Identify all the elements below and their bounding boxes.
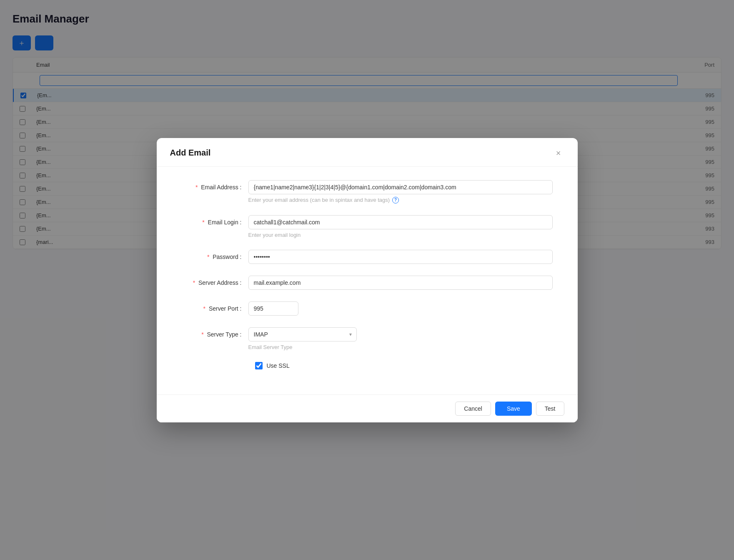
required-star: * — [193, 279, 195, 286]
server-address-input[interactable] — [248, 276, 553, 290]
server-port-field-wrap — [248, 301, 553, 316]
server-type-label: * Server Type : — [182, 327, 248, 338]
server-address-field-wrap — [248, 276, 553, 290]
server-type-row: * Server Type : IMAP POP3 ▾ Email Server… — [182, 327, 553, 350]
email-login-input[interactable] — [248, 215, 553, 229]
server-port-input[interactable] — [248, 301, 298, 316]
required-star: * — [203, 305, 205, 312]
password-row: * Password : — [182, 250, 553, 264]
modal-footer: Cancel Save Test — [157, 394, 578, 422]
ssl-checkbox[interactable] — [255, 362, 263, 369]
required-star: * — [195, 184, 198, 191]
email-address-input[interactable] — [248, 180, 553, 194]
server-address-row: * Server Address : — [182, 276, 553, 290]
modal-title: Add Email — [170, 148, 211, 158]
server-type-hint: Email Server Type — [248, 344, 553, 350]
server-address-label: * Server Address : — [182, 276, 248, 286]
email-address-label: * Email Address : — [182, 180, 248, 191]
email-login-row: * Email Login : Enter your email login — [182, 215, 553, 238]
email-login-hint: Enter your email login — [248, 232, 553, 238]
save-button[interactable]: Save — [495, 402, 532, 416]
password-field-wrap — [248, 250, 553, 264]
email-login-field-wrap: Enter your email login — [248, 215, 553, 238]
hint-icon: ? — [392, 197, 399, 203]
ssl-label[interactable]: Use SSL — [267, 362, 290, 369]
server-type-field-wrap: IMAP POP3 ▾ Email Server Type — [248, 327, 553, 350]
modal-overlay[interactable]: Add Email × * Email Address : Enter your… — [0, 0, 734, 560]
required-star: * — [207, 254, 209, 260]
modal-body: * Email Address : Enter your email addre… — [157, 167, 578, 394]
required-star: * — [202, 219, 204, 226]
cancel-button[interactable]: Cancel — [455, 402, 491, 416]
password-label: * Password : — [182, 250, 248, 260]
add-email-modal: Add Email × * Email Address : Enter your… — [157, 138, 578, 422]
server-type-select[interactable]: IMAP POP3 — [248, 327, 357, 342]
server-type-select-wrap: IMAP POP3 ▾ — [248, 327, 357, 342]
password-input[interactable] — [248, 250, 553, 264]
email-address-field-wrap: Enter your email address (can be in spin… — [248, 180, 553, 203]
server-port-row: * Server Port : — [182, 301, 553, 316]
email-login-label: * Email Login : — [182, 215, 248, 226]
ssl-row: Use SSL — [182, 362, 553, 369]
modal-header: Add Email × — [157, 138, 578, 167]
required-star: * — [201, 331, 203, 338]
modal-close-button[interactable]: × — [553, 147, 564, 159]
email-address-hint: Enter your email address (can be in spin… — [248, 197, 553, 203]
server-port-label: * Server Port : — [182, 301, 248, 312]
test-button[interactable]: Test — [536, 402, 564, 416]
email-address-row: * Email Address : Enter your email addre… — [182, 180, 553, 203]
